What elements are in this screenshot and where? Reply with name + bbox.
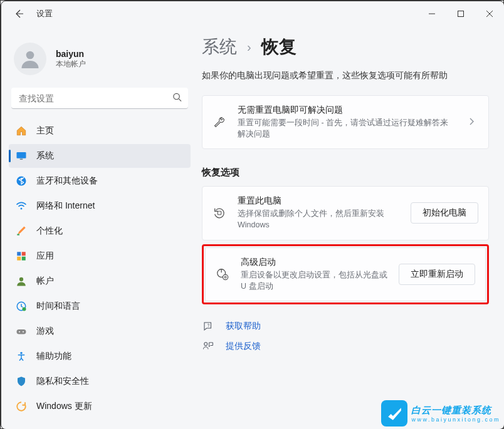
update-icon: [15, 400, 28, 413]
nav-bluetooth[interactable]: 蓝牙和其他设备: [9, 169, 191, 193]
svg-rect-8: [20, 159, 23, 160]
svg-rect-14: [17, 257, 21, 261]
feedback-icon: [202, 341, 214, 352]
svg-point-18: [23, 308, 26, 311]
link-text: 获取帮助: [226, 321, 261, 332]
maximize-button[interactable]: [446, 1, 475, 26]
nav-home[interactable]: 主页: [9, 119, 191, 143]
page-description: 如果你的电脑出现问题或希望重置，这些恢复选项可能有所帮助: [202, 70, 489, 81]
gamepad-icon: [15, 325, 28, 338]
shield-icon: [15, 375, 28, 388]
troubleshoot-card[interactable]: 无需重置电脑即可解决问题 重置可能需要一段时间 - 首先，请尝试通过运行疑难解答…: [202, 95, 489, 149]
close-button[interactable]: [475, 1, 504, 26]
svg-point-26: [223, 274, 228, 279]
nav-system[interactable]: 系统: [9, 144, 191, 168]
nav-label: 应用: [36, 251, 54, 262]
nav-label: 个性化: [36, 225, 63, 237]
home-icon: [15, 125, 28, 137]
accessibility-icon: [15, 350, 28, 363]
give-feedback-link[interactable]: 提供反馈: [202, 341, 489, 352]
reset-icon: [213, 206, 226, 220]
nav-network[interactable]: 网络和 Internet: [9, 194, 191, 218]
watermark-title: 白云一键重装系统: [411, 405, 500, 416]
avatar: [14, 43, 46, 75]
help-icon: ?: [202, 321, 214, 332]
svg-rect-23: [218, 212, 221, 215]
bluetooth-icon: [15, 175, 28, 187]
nav-update[interactable]: Windows 更新: [9, 395, 191, 418]
profile-sub: 本地帐户: [56, 59, 86, 70]
reset-pc-button[interactable]: 初始化电脑: [411, 202, 478, 224]
system-icon: [15, 150, 28, 162]
search-box[interactable]: [11, 88, 188, 109]
wifi-icon: [15, 200, 28, 212]
apps-icon: [15, 250, 28, 262]
card-sub: 选择保留或删除个人文件，然后重新安装 Windows: [238, 208, 399, 230]
search-icon: [172, 93, 182, 105]
nav-label: 帐户: [36, 276, 54, 287]
breadcrumb-parent[interactable]: 系统: [202, 35, 237, 59]
nav-label: 隐私和安全性: [36, 376, 89, 387]
svg-text:?: ?: [207, 323, 210, 328]
svg-point-21: [23, 331, 24, 333]
get-help-link[interactable]: ? 获取帮助: [202, 321, 489, 332]
profile-block[interactable]: baiyun 本地帐户: [9, 39, 191, 84]
chevron-right-icon: [466, 116, 478, 128]
nav-label: 网络和 Internet: [36, 200, 95, 212]
card-title: 重置此电脑: [238, 195, 399, 207]
window-title: 设置: [36, 8, 53, 19]
svg-rect-1: [458, 11, 464, 17]
nav-label: 时间和语言: [36, 301, 80, 312]
svg-point-4: [26, 51, 34, 59]
svg-rect-13: [22, 252, 26, 256]
chevron-right-icon: ›: [247, 40, 251, 54]
watermark: 白云一键重装系统 www.baiyunxitong.com: [381, 400, 500, 426]
nav-label: 主页: [36, 125, 54, 137]
wrench-icon: [213, 116, 226, 128]
minimize-button[interactable]: [417, 1, 446, 26]
nav-apps[interactable]: 应用: [9, 244, 191, 268]
svg-rect-15: [22, 257, 26, 261]
card-sub: 重置可能需要一段时间 - 首先，请尝试通过运行疑难解答来解决问题: [238, 117, 454, 140]
nav-label: Windows 更新: [36, 401, 92, 412]
svg-point-22: [20, 352, 23, 354]
svg-rect-7: [17, 152, 26, 158]
power-gear-icon: [216, 267, 229, 281]
highlight-box: 高级启动 重启设备以更改启动设置，包括从光盘或 U 盘启动 立即重新启动: [202, 244, 489, 304]
card-title: 无需重置电脑即可解决问题: [238, 105, 454, 116]
reset-pc-card: 重置此电脑 选择保留或删除个人文件，然后重新安装 Windows 初始化电脑: [202, 186, 489, 240]
nav-label: 游戏: [36, 326, 54, 337]
svg-point-29: [204, 343, 207, 346]
search-input[interactable]: [11, 88, 188, 109]
link-text: 提供反馈: [226, 341, 261, 352]
svg-point-10: [21, 208, 23, 210]
card-sub: 重启设备以更改启动设置，包括从光盘或 U 盘启动: [241, 269, 387, 292]
svg-rect-12: [17, 252, 21, 256]
svg-point-16: [19, 277, 23, 281]
nav-time[interactable]: 时间和语言: [9, 294, 191, 318]
profile-name: baiyun: [56, 49, 86, 59]
restart-now-button[interactable]: 立即重新启动: [399, 264, 475, 285]
svg-rect-19: [17, 329, 26, 334]
user-icon: [15, 275, 28, 287]
watermark-logo: [381, 400, 407, 426]
nav-gaming[interactable]: 游戏: [9, 319, 191, 343]
svg-line-6: [179, 99, 181, 101]
card-title: 高级启动: [241, 257, 387, 268]
clock-icon: [15, 300, 28, 313]
svg-point-5: [174, 93, 179, 99]
svg-rect-11: [17, 234, 19, 235]
breadcrumb-current: 恢复: [261, 35, 297, 59]
nav-accessibility[interactable]: 辅助功能: [9, 344, 191, 368]
advanced-startup-card: 高级启动 重启设备以更改启动设置，包括从光盘或 U 盘启动 立即重新启动: [205, 247, 486, 301]
nav-accounts[interactable]: 帐户: [9, 269, 191, 293]
nav-label: 系统: [36, 150, 54, 162]
back-button[interactable]: [13, 8, 25, 20]
brush-icon: [15, 225, 28, 237]
nav-personalization[interactable]: 个性化: [9, 219, 191, 243]
nav-label: 蓝牙和其他设备: [36, 175, 98, 187]
watermark-url: www.baiyunxitong.com: [411, 416, 500, 423]
nav-privacy[interactable]: 隐私和安全性: [9, 370, 191, 393]
breadcrumb: 系统 › 恢复: [202, 35, 489, 59]
nav-label: 辅助功能: [36, 351, 71, 362]
